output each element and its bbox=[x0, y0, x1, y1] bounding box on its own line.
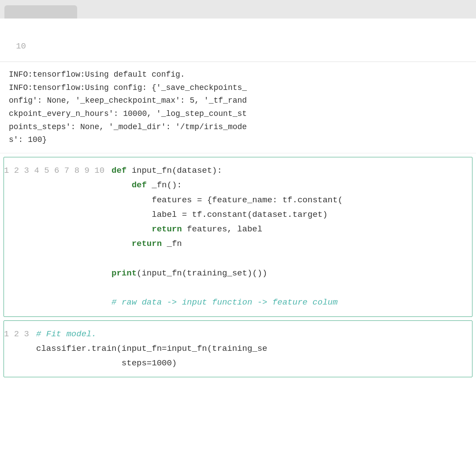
notebook-tab[interactable] bbox=[4, 5, 77, 19]
line-numbers-1: 1 2 3 4 5 6 7 8 9 10 bbox=[4, 164, 112, 310]
code-cell-1-inner: 1 2 3 4 5 6 7 8 9 10 def input_fn(datase… bbox=[4, 157, 472, 316]
tensorflow-output: INFO:tensorflow:Using default config. IN… bbox=[0, 62, 476, 153]
line-num-10: 10 bbox=[9, 40, 33, 53]
code-cell-1[interactable]: 1 2 3 4 5 6 7 8 9 10 def input_fn(datase… bbox=[4, 157, 472, 317]
code-cell-2[interactable]: 1 2 3 # Fit model. classifier.train(inpu… bbox=[4, 320, 472, 378]
code-cell-2-inner: 1 2 3 # Fit model. classifier.train(inpu… bbox=[4, 321, 472, 377]
code-content-2: # Fit model. classifier.train(input_fn=i… bbox=[36, 327, 268, 371]
notebook-container: 10 INFO:tensorflow:Using default config.… bbox=[0, 0, 476, 476]
output-cell: 10 bbox=[0, 19, 476, 62]
line-numbers-2: 1 2 3 bbox=[4, 327, 36, 371]
tab-area bbox=[0, 0, 476, 19]
code-content-1: def input_fn(dataset): def _fn(): featur… bbox=[112, 164, 343, 310]
